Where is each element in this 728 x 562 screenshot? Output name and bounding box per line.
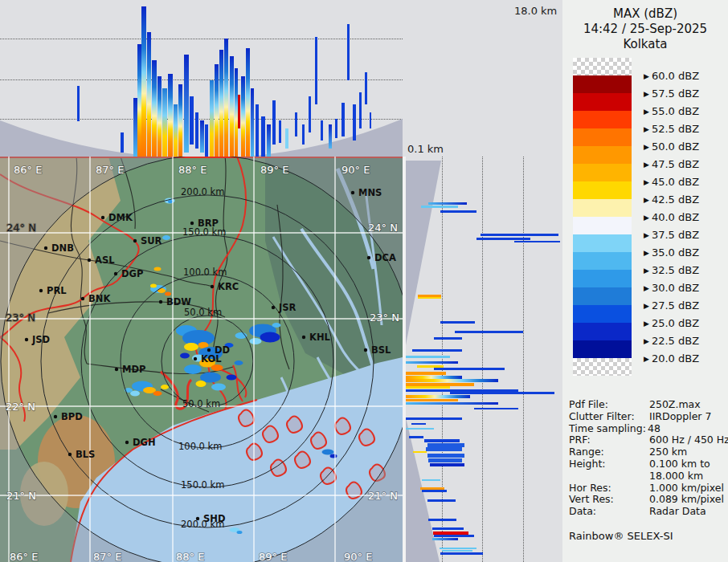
echo-bar [434,535,474,537]
scale-tick-arrow: ▶ [644,249,649,257]
echo-bar [455,331,523,333]
grid-label: 22° N [6,401,35,413]
info-value: 0.089 km/pixel [649,493,724,505]
echo-bar [256,104,259,157]
echo-bar [406,399,458,401]
scale-value: 40.0 dBZ [652,211,699,223]
info-row: Clutter Filter:IIRDoppler 7 [569,410,726,422]
city-dot [81,297,84,300]
echo-blob [180,353,190,359]
echo-bar [426,447,462,451]
scale-value: 42.5 dBZ [652,193,699,206]
echo-blob [154,267,162,271]
echo-blob [235,360,243,365]
grid-label: 90° E [342,164,370,176]
echo-bar [406,402,498,405]
echo-bar [365,72,367,104]
echo-blob [162,235,170,240]
scale-tick-arrow: ▶ [644,302,649,310]
city-dot [364,348,367,352]
scale-value-label: ▶20.0 dBZ [644,352,699,364]
city-label: DCA [374,252,396,263]
scale-tick-arrow: ▶ [644,284,649,292]
echo-bar [413,451,427,453]
echo-bar [406,379,498,382]
echo-blob [211,364,223,371]
scale-tick-arrow: ▶ [644,178,649,186]
city-dot [159,300,162,303]
echo-bar [121,132,124,153]
echo-bar [279,120,281,143]
echo-bar [321,120,323,140]
scale-band [573,217,632,234]
echo-bar [370,112,371,128]
echo-bar [440,552,483,555]
city-dot [302,336,305,339]
echo-bar [481,234,558,236]
info-row: Height:0.100 km to [569,458,726,470]
city-label: JSR [278,302,297,313]
scale-value-label: ▶35.0 dBZ [644,246,699,259]
info-row: Time sampling:48 [569,422,726,434]
city-dot [211,285,214,288]
info-row: Hor Res:1.000 km/pixel [569,482,726,494]
city-dot [133,239,137,242]
echo-bar [411,423,426,425]
echo-bar [432,527,464,530]
range-ring-label: 150.0 km [181,479,224,491]
scale-value-label: ▶37.5 dBZ [644,229,699,241]
echo-bar [219,50,223,157]
ew-height-profile-panel [0,0,403,157]
echo-bar [329,124,332,149]
grid-label: 21° N [6,490,36,502]
echo-bar [406,372,446,375]
city-label: BPD [61,411,83,422]
legend-panel: MAX (dBZ) 14:42 / 25-Sep-2025 Kolkata ▶6… [562,0,728,562]
info-value: IIRDoppler 7 [649,410,711,422]
scale-value: 35.0 dBZ [652,246,699,259]
range-ring-label: 200.0 km [181,186,224,198]
grid-label: 89° E [260,164,288,176]
scale-value: 60.0 dBZ [652,70,699,82]
scale-tick-arrow: ▶ [644,108,649,116]
scale-tick-arrow: ▶ [644,231,649,239]
echo-bar [215,64,219,157]
scale-value-label: ▶27.5 dBZ [644,299,699,312]
city-label: BLS [76,449,95,460]
echo-bar [406,386,450,389]
echo-bar [440,210,476,213]
grid-label: 88° E [176,551,204,562]
info-row: Data:Radar Data [569,505,726,517]
echo-bar [421,206,458,208]
echo-bar [418,297,441,299]
info-label: Time sampling: [569,422,646,434]
info-label: PRF: [569,434,591,446]
echo-bar [168,74,173,157]
radar-map-panel: 86° E87° E88° E89° E90° E86° E87° E88° E… [0,157,403,562]
info-row: Range:250 km [569,446,726,458]
echo-blob [168,200,173,203]
scale-value: 20.0 dBZ [652,352,699,364]
city-label: KRC [218,281,239,292]
echo-bar [428,202,467,205]
scale-value-label: ▶60.0 dBZ [644,70,699,82]
scale-value: 37.5 dBZ [652,229,699,241]
echo-bar [427,499,456,502]
echo-bar [476,238,530,240]
echo-bar [141,6,146,157]
scale-value: 57.5 dBZ [652,88,699,100]
info-row: PRF:600 Hz / 450 Hz [569,434,726,446]
info-label: Hor Res: [569,482,611,494]
scale-band [573,270,632,287]
echo-blob [330,454,337,458]
scale-value: 32.5 dBZ [652,264,699,276]
city-label: DNB [51,242,74,254]
scale-tick-arrow: ▶ [644,196,649,204]
scale-band [573,164,632,181]
scale-value-label: ▶57.5 dBZ [644,88,699,100]
info-row: Pdf File:250Z.max [569,398,726,410]
echo-bar [178,84,182,157]
city-dot [54,415,57,418]
min-height-label: 0.1 km [407,143,444,155]
echo-bar [434,337,462,340]
